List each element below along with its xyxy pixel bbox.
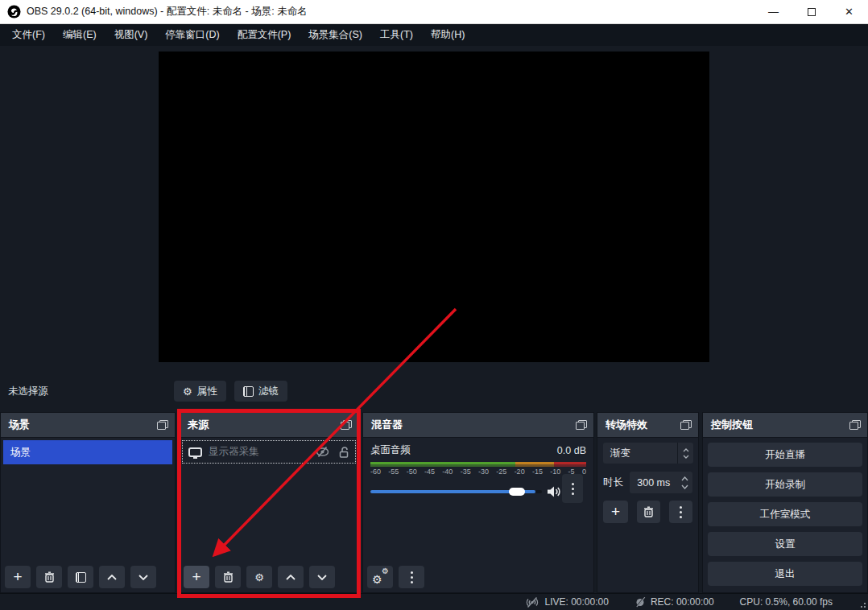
remove-source-button[interactable] [215, 566, 241, 588]
stream-inactive-icon [525, 597, 539, 608]
duration-label: 时长 [603, 476, 624, 489]
menu-tools[interactable]: 工具(T) [371, 24, 422, 46]
filters-button-label: 滤镜 [258, 385, 279, 398]
move-scene-up-button[interactable] [99, 566, 125, 588]
rec-status: REC: 00:00:00 [634, 596, 714, 608]
menu-profile[interactable]: 配置文件(P) [229, 24, 300, 46]
menu-scene-collection[interactable]: 场景集合(S) [300, 24, 371, 46]
kebab-icon [572, 483, 574, 495]
remove-transition-button[interactable] [637, 501, 660, 523]
mixer-channel-menu-button[interactable] [562, 474, 583, 503]
speaker-icon[interactable] [547, 485, 562, 498]
chevron-up-icon [107, 575, 117, 580]
transitions-panel-header[interactable]: 转场特效 [597, 413, 698, 438]
remove-scene-button[interactable] [36, 566, 62, 588]
move-source-up-button[interactable] [278, 566, 304, 588]
spinbox-arrows[interactable] [678, 476, 692, 489]
resize-grip[interactable] [858, 600, 866, 608]
add-scene-button[interactable]: + [5, 566, 31, 588]
maximize-button[interactable] [792, 0, 830, 23]
sources-toolbar: + ⚙ [184, 566, 335, 588]
source-properties-button[interactable]: ⚙ [246, 566, 272, 588]
meter-tick-labels: -60-55 -50-45 -40-35 -30-25 -20-15 -10-5… [370, 468, 586, 476]
chevron-down-icon [681, 484, 688, 489]
popout-icon [849, 420, 861, 430]
exit-button[interactable]: 退出 [708, 562, 862, 586]
plus-icon: + [13, 569, 22, 584]
preview-canvas[interactable] [159, 52, 709, 362]
window-title: OBS 29.0.2 (64-bit, windows) - 配置文件: 未命名… [27, 5, 308, 19]
mixer-panel-header[interactable]: 混音器 [363, 413, 593, 438]
close-button[interactable]: ✕ [830, 0, 868, 23]
visibility-hidden-icon[interactable] [316, 447, 329, 457]
menu-file[interactable]: 文件(F) [3, 24, 54, 46]
controls-panel-title: 控制按钮 [711, 418, 753, 432]
source-list-item[interactable]: 显示器采集 [182, 440, 356, 464]
transition-select[interactable]: 渐变 [603, 443, 693, 464]
sources-panel-header[interactable]: 来源 [180, 413, 358, 438]
popout-icon [341, 420, 352, 430]
move-source-down-button[interactable] [309, 566, 335, 588]
unlock-icon[interactable] [339, 447, 349, 458]
menu-docks[interactable]: 停靠窗口(D) [156, 24, 228, 46]
studio-mode-button[interactable]: 工作室模式 [708, 502, 862, 526]
live-time: LIVE: 00:00:00 [544, 596, 608, 608]
transition-menu-button[interactable] [669, 501, 692, 523]
duration-spinbox[interactable]: 300 ms [630, 472, 692, 493]
advanced-audio-properties-button[interactable]: ⚙⚙ [367, 566, 393, 588]
kebab-icon [411, 571, 413, 583]
chevron-down-icon [317, 575, 327, 580]
chevron-up-icon [286, 575, 296, 580]
add-source-button[interactable]: + [184, 566, 209, 588]
mixer-menu-button[interactable] [399, 566, 424, 588]
start-recording-button[interactable]: 开始录制 [708, 472, 862, 497]
source-item-label: 显示器采集 [209, 445, 309, 459]
scene-list-item[interactable]: 场景 [3, 440, 172, 464]
no-source-selected-label: 未选择源 [8, 385, 48, 398]
volume-meter-bar-right [370, 464, 586, 467]
add-transition-button[interactable]: + [603, 501, 628, 523]
scene-filters-button[interactable] [68, 566, 93, 588]
menu-bar: 文件(F) 编辑(E) 视图(V) 停靠窗口(D) 配置文件(P) 场景集合(S… [0, 24, 868, 46]
volume-slider[interactable] [370, 490, 535, 493]
select-spinner [677, 443, 693, 464]
rec-time: REC: 00:00:00 [651, 596, 714, 608]
kebab-icon [680, 506, 682, 518]
properties-button[interactable]: ⚙ 属性 [174, 381, 226, 402]
chevron-up-icon [683, 448, 689, 452]
scenes-panel-title: 场景 [9, 418, 30, 432]
plus-icon: + [611, 504, 620, 519]
cpu-status: CPU: 0.5%, 60.00 fps [740, 596, 833, 608]
scenes-panel-header[interactable]: 场景 [1, 413, 175, 438]
volume-meter [370, 462, 586, 467]
filters-button[interactable]: 滤镜 [234, 381, 287, 402]
minimize-button[interactable]: — [754, 0, 792, 23]
scene-transitions-panel: 转场特效 渐变 时长 300 ms [597, 412, 699, 593]
menu-help[interactable]: 帮助(H) [422, 24, 473, 46]
transitions-panel-title: 转场特效 [606, 418, 647, 432]
record-inactive-icon [634, 597, 646, 608]
display-capture-icon [188, 447, 202, 457]
filter-icon [76, 572, 86, 583]
mixer-panel-title: 混音器 [371, 418, 403, 432]
cpu-fps-text: CPU: 0.5%, 60.00 fps [740, 596, 833, 608]
sources-panel: 来源 显示器采集 + ⚙ [179, 412, 359, 593]
volume-slider-handle[interactable] [509, 488, 525, 496]
duration-value: 300 ms [630, 477, 678, 488]
scenes-panel: 场景 场景 + [0, 412, 176, 593]
settings-button[interactable]: 设置 [708, 532, 862, 556]
transition-selected-value: 渐变 [603, 447, 677, 460]
controls-panel-header[interactable]: 控制按钮 [703, 413, 867, 438]
trash-icon [223, 571, 234, 583]
menu-view[interactable]: 视图(V) [105, 24, 157, 46]
audio-level-db: 0.0 dB [557, 445, 586, 456]
chevron-up-icon [681, 476, 688, 481]
move-scene-down-button[interactable] [130, 566, 156, 588]
mixer-toolbar: ⚙⚙ [367, 566, 424, 588]
title-bar: OBS 29.0.2 (64-bit, windows) - 配置文件: 未命名… [0, 0, 868, 24]
obs-logo-icon [7, 5, 21, 19]
menu-edit[interactable]: 编辑(E) [54, 24, 105, 46]
chevron-down-icon [138, 575, 148, 580]
audio-channel-name: 桌面音频 [370, 443, 411, 457]
start-streaming-button[interactable]: 开始直播 [708, 443, 862, 467]
